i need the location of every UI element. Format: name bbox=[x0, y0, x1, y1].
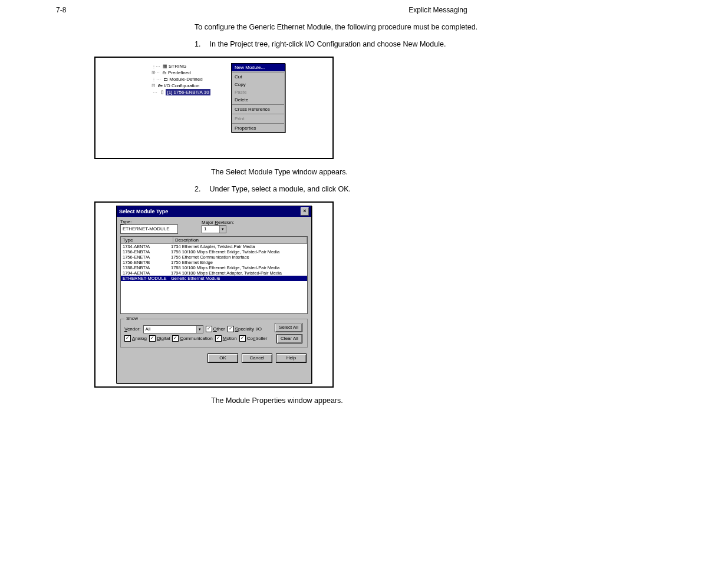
ctx-copy[interactable]: Copy bbox=[232, 81, 285, 88]
vendor-value: All bbox=[144, 326, 196, 332]
show-legend: Show bbox=[124, 316, 140, 321]
cancel-button[interactable]: Cancel bbox=[242, 353, 272, 363]
step2-text: The Select Module Type window appears. bbox=[211, 167, 672, 177]
intro-paragraph: To configure the Generic Ethernet Module… bbox=[195, 22, 672, 32]
major-revision-stepper[interactable]: 1 ▾ bbox=[202, 225, 226, 233]
ctx-separator bbox=[232, 123, 284, 124]
dialog-footer: OK Cancel Help bbox=[117, 350, 311, 366]
tree-item-io-config[interactable]: I/O Configuration bbox=[164, 82, 199, 89]
column-header-type[interactable]: Type bbox=[121, 237, 173, 243]
chk-motion[interactable]: ✓Motion bbox=[215, 335, 237, 342]
page-number: 7-8 bbox=[56, 6, 66, 14]
context-menu: New Module... Cut Copy Paste Delete Cros… bbox=[231, 63, 285, 133]
column-header-description[interactable]: Description bbox=[173, 237, 307, 243]
step-number: 2. bbox=[195, 184, 207, 194]
select-module-type-dialog: Select Module Type × Type: ETHERNET-MODU… bbox=[116, 206, 312, 384]
dialog-title-text: Select Module Type bbox=[119, 209, 168, 214]
folder-icon: 🗀 bbox=[162, 70, 167, 75]
tree-item-selected-module[interactable]: [1] 1756-ENBT/A 10 bbox=[166, 89, 210, 95]
chk-other[interactable]: ✓Other bbox=[206, 326, 225, 332]
help-button[interactable]: Help bbox=[276, 353, 307, 363]
show-groupbox: Show Vendor: All ▾ ✓Other ✓Specialty I/O… bbox=[120, 319, 308, 348]
chk-controller[interactable]: ✓Controller bbox=[239, 335, 268, 342]
close-icon[interactable]: × bbox=[301, 207, 309, 216]
tree-connector-icon: ⋮ ⋯ bbox=[151, 76, 162, 82]
tree-item-module-defined[interactable]: Module-Defined bbox=[169, 76, 202, 82]
chk-communication[interactable]: ✓Communication bbox=[172, 335, 213, 342]
list-item[interactable]: 1756-ENBT/A1756 10/100 Mbps Ethernet Bri… bbox=[121, 249, 307, 254]
ctx-delete[interactable]: Delete bbox=[232, 96, 285, 104]
figure-select-module-dialog: Select Module Type × Type: ETHERNET-MODU… bbox=[94, 201, 334, 388]
list-item[interactable]: 1734-AENT/A1734 Ethernet Adapter, Twiste… bbox=[121, 244, 307, 249]
tree-expand-icon[interactable]: ⊞⋯ bbox=[151, 70, 160, 76]
tree-item-string[interactable]: STRING bbox=[169, 63, 186, 70]
module-type-list[interactable]: Type Description 1734-AENT/A1734 Etherne… bbox=[120, 236, 308, 314]
step3-text: Under Type, select a module, and click O… bbox=[209, 184, 669, 194]
major-revision-value: 1 bbox=[202, 226, 219, 232]
chevron-down-icon[interactable]: ▾ bbox=[219, 226, 226, 233]
chevron-down-icon[interactable]: ▾ bbox=[196, 326, 203, 333]
ctx-separator bbox=[232, 114, 284, 114]
chk-specialty-io[interactable]: ✓Specialty I/O bbox=[228, 326, 262, 332]
ctx-properties[interactable]: Properties bbox=[232, 124, 285, 132]
ok-button[interactable]: OK bbox=[207, 353, 238, 363]
ctx-new-module[interactable]: New Module... bbox=[232, 64, 285, 71]
chk-digital[interactable]: ✓Digital bbox=[149, 335, 170, 342]
clear-all-button[interactable]: Clear All bbox=[276, 334, 302, 343]
chk-analog[interactable]: ✓Analog bbox=[124, 335, 147, 342]
step-number: 1. bbox=[195, 39, 207, 49]
list-item[interactable]: 1794-AENT/A1794 10/100 Mbps Ethernet Ada… bbox=[121, 270, 307, 276]
folder-icon: 🗀 bbox=[163, 77, 168, 82]
ctx-print: Print bbox=[232, 115, 285, 123]
figure-context-menu: ⋮⋯ ▦ STRING ⊞⋯ 🗀 Predefined ⋮ ⋯ 🗀 Module… bbox=[94, 57, 334, 159]
section-title: Explicit Messaging bbox=[409, 6, 467, 14]
list-item-selected[interactable]: ETHERNET-MODULEGeneric Ethernet Module bbox=[121, 276, 307, 281]
tree-collapse-icon[interactable]: ⊟ bbox=[151, 82, 156, 89]
ctx-separator bbox=[232, 72, 284, 72]
list-item[interactable]: 1756-ENET/B1756 Ethernet Bridge bbox=[121, 260, 307, 265]
tree-connector-icon: ⋮⋯ bbox=[151, 63, 161, 70]
dialog-titlebar[interactable]: Select Module Type × bbox=[117, 206, 311, 217]
step4-text: The Module Properties window appears. bbox=[211, 396, 672, 406]
select-all-button[interactable]: Select All bbox=[275, 323, 302, 332]
ctx-cross-reference[interactable]: Cross Reference bbox=[232, 105, 285, 113]
type-field: ETHERNET-MODULE bbox=[120, 224, 178, 234]
datatype-icon: ▦ bbox=[162, 64, 167, 69]
tree-connector-icon: ⋯ bbox=[151, 89, 158, 95]
folder-open-icon: 🗁 bbox=[157, 83, 163, 88]
step1-text: In the Project tree, right-click I/O Con… bbox=[209, 39, 669, 49]
vendor-select[interactable]: All ▾ bbox=[143, 325, 203, 333]
ctx-cut[interactable]: Cut bbox=[232, 73, 285, 81]
ctx-paste: Paste bbox=[232, 88, 285, 96]
list-item[interactable]: 1756-ENET/A1756 Ethernet Communication I… bbox=[121, 254, 307, 260]
module-icon: ▯ bbox=[159, 90, 164, 95]
tree-item-predefined[interactable]: Predefined bbox=[168, 70, 191, 76]
list-item[interactable]: 1788-ENBT/A1788 10/100 Mbps Ethernet Bri… bbox=[121, 265, 307, 270]
project-tree[interactable]: ⋮⋯ ▦ STRING ⊞⋯ 🗀 Predefined ⋮ ⋯ 🗀 Module… bbox=[151, 63, 228, 95]
ctx-separator bbox=[232, 104, 284, 105]
